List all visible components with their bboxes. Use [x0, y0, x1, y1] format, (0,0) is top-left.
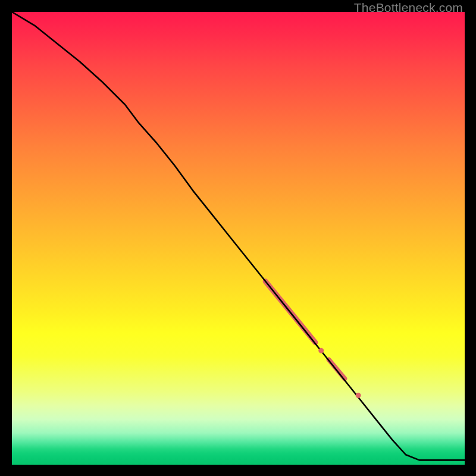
highlight-point: [319, 348, 324, 353]
attribution-text: TheBottleneck.com: [354, 1, 463, 15]
plot-area: [12, 12, 465, 465]
bottleneck-curve: [12, 12, 465, 460]
chart-overlay: [12, 12, 465, 465]
highlight-point: [356, 393, 361, 397]
chart-stage: TheBottleneck.com: [0, 0, 476, 476]
